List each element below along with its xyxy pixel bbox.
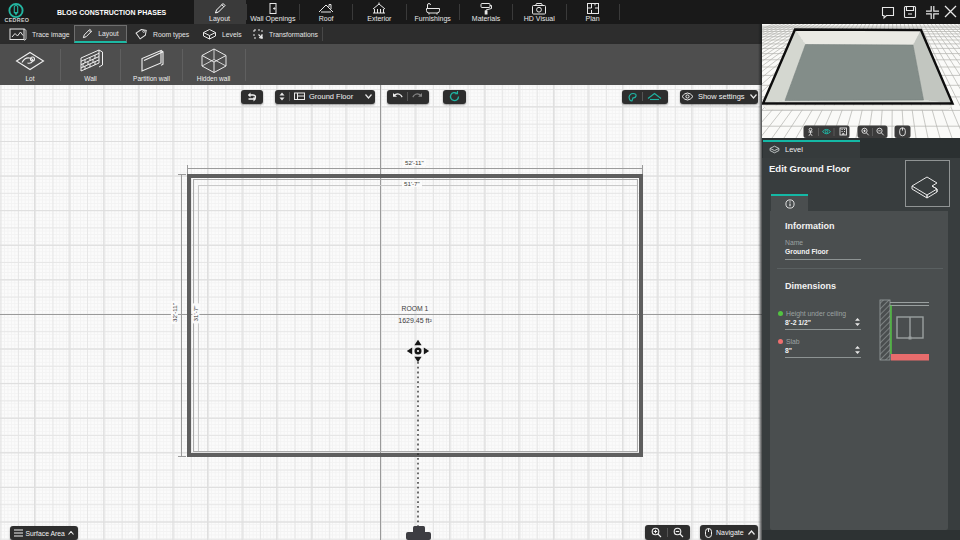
svg-text:CEDREO: CEDREO xyxy=(5,17,30,23)
